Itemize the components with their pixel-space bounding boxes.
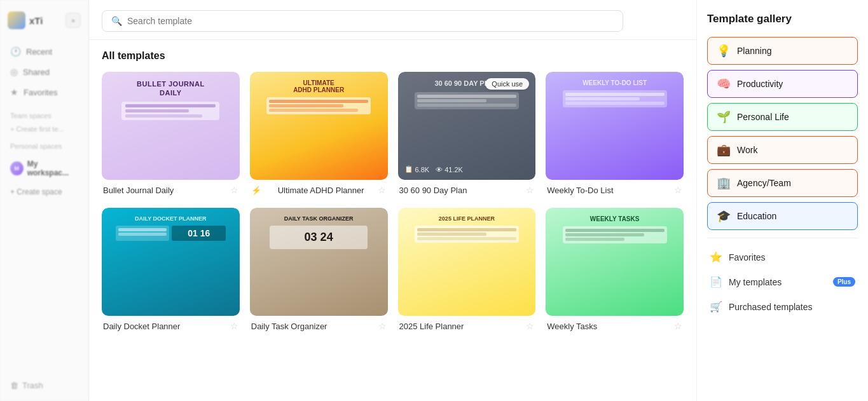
card-label-306090: 30 60 90 Day Plan ☆ [398,180,536,198]
favorites-bottom-icon: ⭐ [710,251,722,263]
card-label-task-org: Daily Task Organizer ☆ [250,316,388,334]
sidebar-toggle[interactable]: » [65,13,81,28]
template-card-life-planner[interactable]: 2025 LIFE PLANNER 2025 Life Planner ☆ [398,208,536,334]
workspace-avatar: M [10,161,24,175]
card-image-306090: 30 60 90 DAY PLAN Quick use 📋 6.8K 👁 41.… [398,72,536,180]
task-org-inner-title: DAILY TASK ORGANIZER [284,215,354,222]
template-card-306090[interactable]: 30 60 90 DAY PLAN Quick use 📋 6.8K 👁 41.… [398,72,536,198]
star-bullet[interactable]: ☆ [230,185,238,195]
category-productivity[interactable]: 🧠 Productivity [707,70,858,98]
card-image-task-org: DAILY TASK ORGANIZER 03 24 [250,208,388,316]
trash-item[interactable]: 🗑 Trash [0,376,88,395]
work-icon: 💼 [717,143,731,157]
star-task-org[interactable]: ☆ [378,321,387,331]
sidebar-item-shared[interactable]: ◎ Shared [5,62,83,81]
create-team-item[interactable]: + Create first te... [0,122,88,136]
star-adhd[interactable]: ☆ [378,185,386,195]
card-image-weekly-todo: WEEKLY TO-DO LIST [546,72,684,180]
weekly-todo-inner-title: WEEKLY TO-DO LIST [582,79,647,86]
bullet-journal-preview [121,102,219,120]
my-templates-label: My templates [729,277,782,287]
star-life-planner[interactable]: ☆ [526,321,534,331]
education-icon: 🎓 [717,209,731,223]
card-title-weekly-todo: Weekly To-Do List [547,186,613,195]
recent-icon: 🕐 [10,46,21,57]
card-title-adhd: Ultimate ADHD Planner [278,186,364,195]
favorites-bottom-label: Favorites [729,252,766,262]
workspace-item[interactable]: M My workspac... [5,155,83,182]
right-sidebar: Template gallery 💡 Planning 🧠 Productivi… [696,0,868,401]
personal-life-label: Personal Life [737,112,789,122]
card-image-weekly-tasks: WEEKLY TASKS [546,208,684,316]
sidebar-nav: 🕐 Recent ◎ Shared ★ Favorites [0,39,88,105]
my-templates-icon: 📄 [710,276,722,288]
docket-inner-title: DAILY DOCKET PLANNER [135,215,207,222]
gallery-title: Template gallery [707,13,858,25]
card-image-life-planner: 2025 LIFE PLANNER [398,208,536,316]
bottom-purchased-templates[interactable]: 🛒 Purchased templates [707,296,858,318]
template-card-docket[interactable]: DAILY DOCKET PLANNER 01 16 [102,208,240,334]
card-label-docket: Daily Docket Planner ☆ [102,316,240,334]
template-card-task-org[interactable]: DAILY TASK ORGANIZER 03 24 Daily Task Or… [250,208,388,334]
agency-label: Agency/Team [737,178,791,188]
card-title-bullet: Bullet Journal Daily [103,186,174,195]
star-weekly-tasks[interactable]: ☆ [674,321,682,331]
purchased-icon: 🛒 [710,301,722,313]
trash-icon: 🗑 [10,381,18,390]
star-306090[interactable]: ☆ [526,185,534,195]
card-title-docket: Daily Docket Planner [103,322,180,331]
divider [707,238,858,238]
sidebar-item-favorites[interactable]: ★ Favorites [5,83,83,102]
planning-icon: 💡 [717,44,731,58]
category-work[interactable]: 💼 Work [707,136,858,164]
card-image-bullet: BULLET JOURNALDaily [102,72,240,180]
search-bar: 🔍 [89,0,696,40]
template-card-weekly-tasks[interactable]: WEEKLY TASKS Weekly Tasks ☆ [546,208,684,334]
shared-icon: ◎ [10,67,18,77]
productivity-icon: 🧠 [717,77,731,91]
bottom-my-templates[interactable]: 📄 My templates Plus [707,271,858,293]
card-label-adhd: ⚡ Ultimate ADHD Planner ☆ [250,180,388,198]
logo-icon [8,11,25,29]
app-logo[interactable]: xTi » [0,6,88,39]
template-card-adhd[interactable]: ULTIMATEADHD PLANNER ⚡ Ultimate ADHD Pla… [250,72,388,198]
downloads-stat: 📋 6.8K [404,165,430,173]
template-card-weekly-todo[interactable]: WEEKLY TO-DO LIST Weekly To-Do List ☆ [546,72,684,198]
views-stat: 👁 41.2K [436,165,463,173]
category-education[interactable]: 🎓 Education [707,202,858,230]
star-weekly-todo[interactable]: ☆ [674,185,682,195]
category-agency-team[interactable]: 🏢 Agency/Team [707,169,858,197]
team-spaces-label: Team spaces [0,105,88,122]
card-image-adhd: ULTIMATEADHD PLANNER [250,72,388,180]
docket-preview: 01 16 [116,226,226,241]
app-name: xTi [29,15,43,26]
card-label-life-planner: 2025 Life Planner ☆ [398,316,536,334]
create-space-item[interactable]: + Create space [0,184,88,200]
life-planner-inner-title: 2025 LIFE PLANNER [439,215,495,222]
search-icon: 🔍 [111,16,122,26]
task-org-preview: 03 24 [270,226,368,249]
category-personal-life[interactable]: 🌱 Personal Life [707,103,858,131]
adhd-preview [266,97,371,114]
category-planning[interactable]: 💡 Planning [707,37,858,65]
card-label-bullet: Bullet Journal Daily ☆ [102,180,240,198]
card-title-306090: 30 60 90 Day Plan [399,186,467,195]
search-input[interactable] [127,16,614,26]
sidebar-item-recent[interactable]: 🕐 Recent [5,42,83,61]
template-card-bullet-journal[interactable]: BULLET JOURNALDaily Bullet Journal Daily… [102,72,240,198]
weekly-tasks-preview [563,226,667,243]
card-stats: 📋 6.8K 👁 41.2K [404,165,463,173]
card-title-life-planner: 2025 Life Planner [399,322,464,331]
quick-use-badge[interactable]: Quick use [485,78,529,90]
template-grid: BULLET JOURNALDaily Bullet Journal Daily… [102,72,684,334]
bottom-favorites[interactable]: ⭐ Favorites [707,246,858,268]
bolt-icon: ⚡ [251,186,261,195]
weekly-tasks-inner-title: WEEKLY TASKS [590,215,640,222]
card-label-weekly-tasks: Weekly Tasks ☆ [546,316,684,334]
card-image-docket: DAILY DOCKET PLANNER 01 16 [102,208,240,316]
star-docket[interactable]: ☆ [230,321,238,331]
search-wrapper[interactable]: 🔍 [102,10,623,32]
favorites-icon: ★ [10,87,18,97]
weekly-todo-preview [563,90,667,107]
templates-title: All templates [102,50,684,62]
